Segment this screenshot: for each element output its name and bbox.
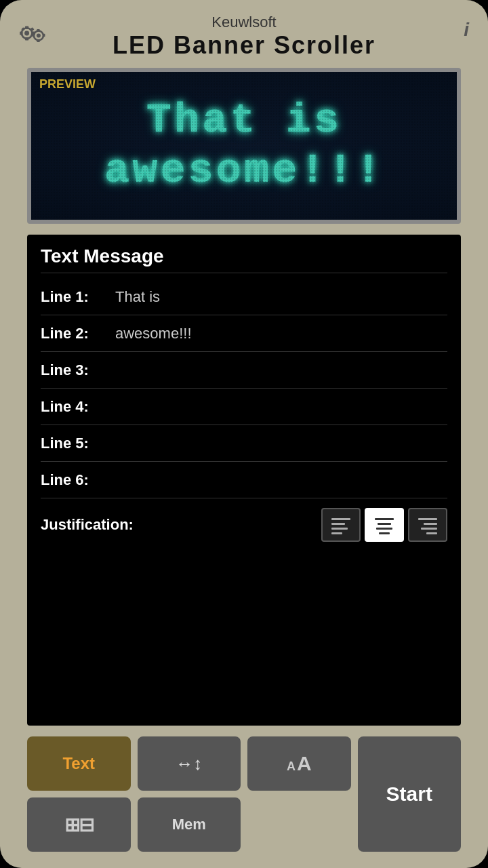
mem-button-label: Mem <box>172 816 206 833</box>
line-row-6: Line 6: <box>41 462 447 498</box>
svg-rect-19 <box>378 523 391 525</box>
mem-button[interactable]: Mem <box>138 797 241 852</box>
justify-right-button[interactable] <box>408 508 447 542</box>
line-input-1[interactable] <box>115 288 447 306</box>
justification-row: Justification: <box>41 498 447 551</box>
line-input-3[interactable] <box>115 361 447 379</box>
justification-label: Justification: <box>41 516 321 534</box>
line-input-5[interactable] <box>115 435 447 452</box>
justify-left-button[interactable] <box>321 508 361 542</box>
line-row-2: Line 2: <box>41 315 447 352</box>
line-label-3: Line 3: <box>41 361 115 379</box>
start-button[interactable]: Start <box>358 736 462 852</box>
svg-rect-17 <box>331 532 342 534</box>
justify-center-button[interactable] <box>365 508 404 542</box>
led-line2: awesome!!! <box>104 146 384 195</box>
svg-rect-4 <box>20 31 22 35</box>
panel-title: Text Message <box>41 245 447 273</box>
svg-rect-25 <box>426 532 437 534</box>
move-button[interactable]: ↔↕ <box>138 736 241 791</box>
line-input-2[interactable] <box>115 325 447 342</box>
line-input-4[interactable] <box>115 398 447 416</box>
start-button-label: Start <box>386 783 432 806</box>
svg-rect-12 <box>32 34 34 37</box>
justification-buttons <box>321 508 447 542</box>
svg-rect-20 <box>376 528 392 530</box>
svg-rect-22 <box>418 518 437 520</box>
header: Keuwlsoft LED Banner Scroller i <box>16 14 472 60</box>
svg-rect-18 <box>375 518 394 520</box>
small-a-label: A <box>287 760 296 774</box>
line-row-4: Line 4: <box>41 389 447 425</box>
text-button[interactable]: Text <box>27 736 131 791</box>
svg-rect-10 <box>37 29 39 31</box>
preview-label: PREVIEW <box>39 77 96 92</box>
svg-rect-13 <box>43 34 45 37</box>
grid-icon: ⊞⊟ <box>64 814 93 836</box>
svg-rect-21 <box>379 532 390 534</box>
grid-button[interactable]: ⊞⊟ <box>27 797 131 852</box>
led-line1: That is <box>146 96 342 144</box>
line-label-1: Line 1: <box>41 288 115 306</box>
font-icon: A A <box>287 752 312 775</box>
svg-rect-16 <box>331 528 348 530</box>
svg-rect-11 <box>37 40 39 42</box>
line-input-6[interactable] <box>115 471 447 489</box>
svg-point-9 <box>37 33 41 37</box>
big-a-label: A <box>297 752 312 775</box>
svg-rect-14 <box>331 518 350 520</box>
line-row-3: Line 3: <box>41 352 447 389</box>
move-icon: ↔↕ <box>176 753 202 774</box>
message-panel: Text Message Line 1: Line 2: Line 3: Lin… <box>27 235 461 726</box>
svg-rect-24 <box>421 528 437 530</box>
line-label-5: Line 5: <box>41 435 115 452</box>
font-button[interactable]: A A <box>247 736 351 791</box>
svg-point-1 <box>24 31 29 36</box>
svg-rect-23 <box>424 523 437 525</box>
svg-rect-15 <box>331 523 345 525</box>
app-title: LED Banner Scroller <box>113 31 375 60</box>
svg-rect-3 <box>25 37 28 40</box>
line-row-5: Line 5: <box>41 425 447 462</box>
settings-icon[interactable] <box>16 19 52 47</box>
svg-rect-2 <box>25 26 28 29</box>
led-display: That is awesome!!! <box>31 72 457 220</box>
line-label-4: Line 4: <box>41 398 115 416</box>
company-name: Keuwlsoft <box>211 14 276 31</box>
line-label-2: Line 2: <box>41 325 115 342</box>
toolbar: Text ↔↕ A A Start ⊞⊟ Mem <box>27 736 461 852</box>
info-icon[interactable]: i <box>464 19 469 41</box>
line-row-1: Line 1: <box>41 279 447 315</box>
led-preview: PREVIEW That is awesome!!! <box>27 68 461 224</box>
led-text: That is awesome!!! <box>104 96 384 197</box>
line-label-6: Line 6: <box>41 471 115 489</box>
app-container: Keuwlsoft LED Banner Scroller i PREVIEW … <box>0 0 488 868</box>
text-button-label: Text <box>62 754 95 773</box>
